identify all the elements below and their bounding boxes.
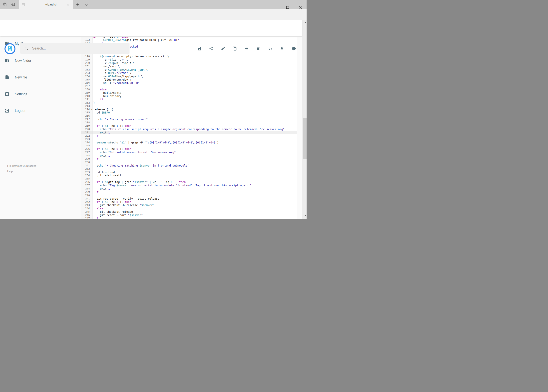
code-line[interactable] [93, 114, 297, 118]
text-cursor [110, 131, 110, 134]
gutter-line-number: 229 [81, 157, 92, 161]
gutter-line-number: 210 [81, 95, 92, 98]
fold-marker-icon[interactable]: ▾ [91, 108, 92, 111]
set-tabs-aside-icon[interactable] [11, 2, 15, 6]
gutter-line-number: 230 [81, 161, 92, 164]
search-input[interactable]: Search... [20, 43, 130, 54]
tab-preview-icon[interactable] [3, 2, 7, 6]
code-line[interactable]: } [93, 101, 297, 105]
code-line[interactable]: echo "Not valid semver format. See semve… [93, 151, 297, 154]
code-line[interactable]: -u "$(id -u)" \ [93, 58, 297, 62]
move-button[interactable] [244, 46, 249, 51]
sidebar-footer: File Browser v(untracked) Help [7, 163, 37, 174]
code-line[interactable]: exit 1 [93, 131, 297, 134]
sidebar-item-new-folder[interactable]: New folder [0, 57, 81, 69]
code-line[interactable] [93, 161, 297, 164]
gutter-line-number: 215 [81, 111, 92, 114]
code-line[interactable]: fi [93, 157, 297, 161]
code-line[interactable]: git fetch --all [93, 174, 297, 177]
code-line[interactable]: -w //src \ [93, 65, 297, 68]
code-line[interactable] [93, 194, 297, 197]
gutter-line-number: 207 [81, 84, 92, 88]
code-line[interactable]: release () { [93, 108, 297, 111]
code-line[interactable]: else [93, 88, 297, 91]
scrollbar-thumb[interactable] [303, 118, 306, 159]
code-line[interactable]: cd frontend [93, 171, 297, 174]
code-editor[interactable]: 1921931941951961971981992002012022032042… [81, 37, 297, 219]
code-line[interactable]: echo "> Checking matching $semver in fro… [93, 164, 297, 167]
copy-button[interactable] [233, 46, 237, 51]
close-tab-icon[interactable] [66, 3, 70, 6]
save-button[interactable] [197, 46, 202, 51]
gutter-line-number: 204 [81, 75, 92, 78]
code-line[interactable]: git checkout -b release "$semver" [93, 203, 297, 207]
download-button[interactable] [280, 46, 284, 51]
sidebar-item-settings[interactable]: Settings [0, 91, 81, 103]
gutter-line-number: 221 [81, 131, 92, 134]
gutter-line-number: 219 [81, 124, 92, 128]
gutter-line-number: 240 [81, 194, 92, 197]
code-line[interactable]: sh -c "./wizard.sh -b" [93, 81, 297, 84]
gutter-line-number: 224 [81, 141, 92, 144]
new-tab-icon[interactable] [76, 3, 80, 7]
code-line[interactable]: -e HOME="//tmp" \ [93, 71, 297, 75]
code-line[interactable]: git checkout release [93, 210, 297, 214]
share-button[interactable] [209, 46, 214, 51]
code-line[interactable]: fi [93, 98, 297, 101]
tab-list-chevron-icon[interactable] [85, 3, 88, 7]
code-line[interactable]: semver=$(echo "$1" | grep -P '^v(0|[1-9]… [93, 141, 297, 144]
code-line[interactable]: $(command -v winpty) docker run --rm -it… [93, 55, 297, 58]
scroll-down-icon[interactable] [303, 215, 306, 217]
gutter-line-number: 234 [81, 174, 92, 177]
code-line[interactable] [93, 167, 297, 171]
sidebar-item-logout[interactable]: Logout [0, 107, 81, 119]
code-line[interactable] [93, 121, 297, 124]
scroll-up-icon[interactable] [303, 21, 306, 23]
code-line[interactable]: echo "Tag $semver does not exist in subm… [93, 184, 297, 187]
editor-gutter: 1921931941951961971981992002012022032042… [81, 37, 93, 219]
code-line[interactable]: fi [93, 134, 297, 138]
code-line[interactable] [93, 84, 297, 88]
code-line[interactable]: -e COMMIT_SHA=$COMMIT_SHA \ [93, 68, 297, 71]
code-line[interactable]: buildAssets [93, 91, 297, 95]
code-line[interactable]: echo "This release script requires a sin… [93, 128, 297, 131]
code-line[interactable]: fi [93, 190, 297, 194]
code-line[interactable]: exit 1 [93, 187, 297, 190]
code-line[interactable] [93, 138, 297, 141]
gutter-line-number: 202 [81, 68, 92, 71]
page-scrollbar[interactable] [302, 20, 307, 219]
code-line[interactable]: else [93, 207, 297, 210]
code-line[interactable]: if [ $? -ne 0 ]; then [93, 200, 297, 204]
code-line[interactable]: if [ $(git tag | grep "$semver" | wc -l)… [93, 181, 297, 184]
code-line[interactable]: git reset --hard "$semver" [93, 214, 297, 217]
code-line[interactable] [93, 177, 297, 181]
code-line[interactable] [93, 105, 297, 108]
code-line[interactable] [93, 144, 297, 147]
delete-button[interactable] [256, 46, 261, 51]
code-line[interactable]: -e GOPATH=//tmp/gopath \ [93, 75, 297, 78]
code-line[interactable]: filebrowser/dev \ [93, 78, 297, 81]
code-line[interactable]: -v /$(pwd):/src:z \ [93, 62, 297, 65]
info-button[interactable] [292, 46, 296, 51]
code-line[interactable]: buildBinary [93, 95, 297, 98]
code-line[interactable]: if [ $? -ne 0 ]; then [93, 147, 297, 151]
code-line[interactable]: COMMIT_SHA="$(git rev-parse HEAD | cut -… [93, 38, 297, 42]
code-line[interactable]: cd $REPO [93, 111, 297, 114]
gutter-line-number: 198 [81, 55, 92, 58]
gutter-line-number: 206 [81, 81, 92, 84]
sidebar-item-new-file[interactable]: New file [0, 74, 81, 86]
code-line[interactable]: echo "> Checking semver format" [93, 118, 297, 121]
editor-code-area[interactable]: if [ -d /.git ]; then COMMIT_SHA="$(git … [93, 37, 297, 219]
code-line[interactable]: git rev-parse --verify --quiet release [93, 197, 297, 200]
gutter-line-number: 241 [81, 197, 92, 200]
code-line[interactable]: exit 1 [93, 154, 297, 157]
gutter-line-number: 227 [81, 151, 92, 154]
edit-button[interactable] [221, 46, 226, 51]
filebrowser-logo[interactable] [5, 43, 15, 54]
code-button[interactable] [268, 46, 273, 51]
help-link[interactable]: Help [7, 168, 37, 174]
browser-tab[interactable]: wizard.sh [19, 0, 73, 9]
gutter-line-number: 246 [81, 214, 92, 217]
gutter-line-number: 200 [81, 62, 92, 65]
code-line[interactable]: if [ $# -ne 1 ]; then [93, 124, 297, 128]
